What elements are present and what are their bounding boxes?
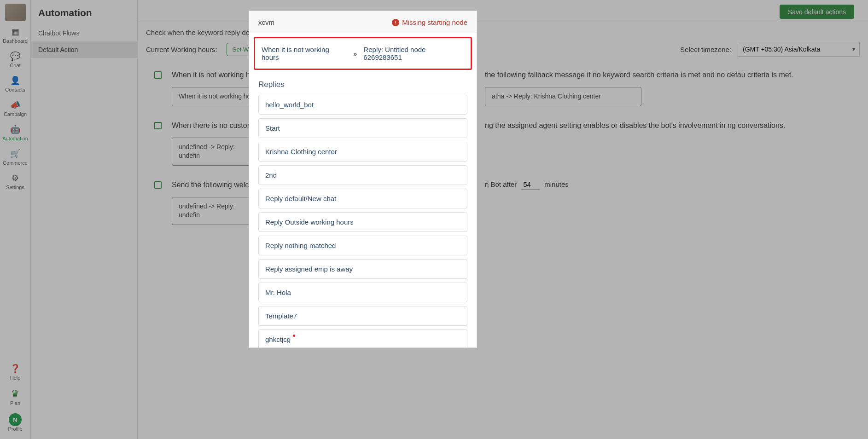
breadcrumb-separator-icon: » — [353, 50, 357, 58]
modal-header: xcvm ! Missing starting node — [249, 11, 477, 33]
error-icon: ! — [392, 19, 399, 26]
breadcrumb-part-a: When it is not working hours — [262, 46, 347, 61]
reply-option[interactable]: hello_world_bot — [258, 95, 467, 115]
modal-error-text: Missing starting node — [402, 18, 467, 26]
reply-picker-modal: xcvm ! Missing starting node When it is … — [249, 11, 477, 348]
modal-breadcrumb[interactable]: When it is not working hours » Reply: Un… — [254, 37, 472, 70]
reply-option[interactable]: Reply Outside working hours — [258, 212, 467, 232]
reply-option[interactable]: Mr. Hola — [258, 283, 467, 302]
error-dot-icon — [293, 335, 295, 337]
reply-option[interactable]: Reply assigned emp is away — [258, 259, 467, 279]
reply-option[interactable]: Reply default/New chat — [258, 189, 467, 208]
reply-option[interactable]: 2nd — [258, 165, 467, 185]
breadcrumb-part-b: Reply: Untitled node 6269283651 — [363, 46, 464, 61]
reply-option[interactable]: Start — [258, 118, 467, 138]
reply-option[interactable]: ghkctjcg — [258, 329, 467, 348]
replies-heading: Replies — [249, 76, 477, 95]
reply-option[interactable]: Template7 — [258, 306, 467, 326]
reply-list: hello_world_bot Start Krishna Clothing c… — [249, 95, 477, 348]
modal-error: ! Missing starting node — [392, 18, 467, 26]
reply-option[interactable]: Krishna Clothing center — [258, 142, 467, 162]
modal-tag: xcvm — [258, 18, 274, 26]
reply-option[interactable]: Reply nothing matched — [258, 236, 467, 255]
